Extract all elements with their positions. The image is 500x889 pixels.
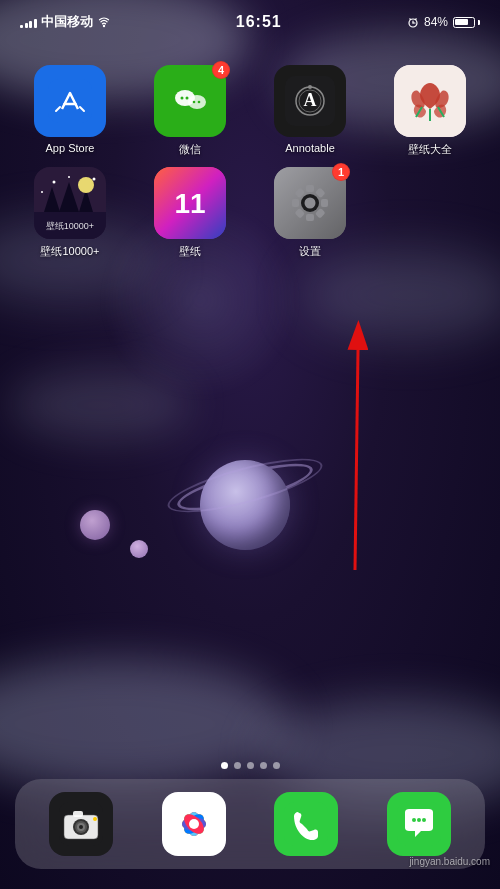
wifi-icon: [97, 16, 111, 28]
svg-point-13: [188, 95, 206, 109]
page-dot-3: [247, 762, 254, 769]
svg-point-57: [79, 825, 83, 829]
wallpaper11-logo: 11: [154, 167, 226, 239]
app-item-wechat[interactable]: 4 微信: [135, 65, 245, 157]
app-item-wallpaper-heart[interactable]: 壁纸大全: [375, 65, 485, 157]
dock-item-phone[interactable]: [274, 792, 338, 856]
appstore-logo: [48, 79, 92, 123]
app-label-wallpaper-heart: 壁纸大全: [408, 142, 452, 157]
svg-rect-8: [48, 79, 92, 123]
svg-point-36: [41, 191, 43, 193]
svg-text:11: 11: [174, 188, 205, 219]
wechat-logo: [165, 76, 215, 126]
svg-point-72: [412, 818, 416, 822]
dock-icon-photos[interactable]: [162, 792, 226, 856]
dock-item-photos[interactable]: [162, 792, 226, 856]
app-icon-wrapper-settings[interactable]: 1: [274, 167, 346, 239]
orb-small: [130, 540, 148, 558]
page-dot-1: [221, 762, 228, 769]
battery-icon: [453, 17, 480, 28]
page-dot-5: [273, 762, 280, 769]
app-label-wechat: 微信: [179, 142, 201, 157]
dock-icon-phone[interactable]: [274, 792, 338, 856]
time-display: 16:51: [236, 13, 282, 31]
page-dot-2: [234, 762, 241, 769]
page-dots: [0, 762, 500, 769]
status-bar: 中国移动 16:51 84%: [0, 0, 500, 44]
orb-large: [80, 510, 110, 540]
svg-point-32: [78, 177, 94, 193]
svg-rect-44: [306, 214, 314, 221]
app-label-appstore: App Store: [46, 142, 95, 154]
annotable-logo: A: [285, 76, 335, 126]
app-label-wallpaper10k: 壁纸10000+: [40, 244, 99, 259]
dock-item-messages[interactable]: [387, 792, 451, 856]
app-label-wallpaper11: 壁纸: [179, 244, 201, 259]
svg-point-34: [68, 176, 70, 178]
svg-point-2: [102, 25, 104, 27]
svg-point-59: [93, 817, 97, 821]
svg-rect-43: [306, 185, 314, 192]
app-icon-wallpaper11[interactable]: 11: [154, 167, 226, 239]
svg-point-73: [417, 818, 421, 822]
battery-area: 84%: [407, 15, 480, 29]
svg-rect-58: [73, 811, 83, 817]
svg-rect-70: [284, 802, 328, 846]
app-icon-wrapper-wechat[interactable]: 4: [154, 65, 226, 137]
wallpaper10k-logo: 壁纸10000+: [34, 167, 106, 239]
app-item-appstore[interactable]: App Store: [15, 65, 125, 157]
photos-logo: [169, 799, 219, 849]
app-label-settings: 设置: [299, 244, 321, 259]
dock-icon-camera[interactable]: [49, 792, 113, 856]
carrier-signal: 中国移动: [20, 13, 111, 31]
svg-point-33: [53, 181, 56, 184]
svg-point-15: [186, 97, 189, 100]
app-icon-wrapper-wallpaper10k[interactable]: 壁纸10000+: [34, 167, 106, 239]
svg-point-35: [93, 178, 96, 181]
svg-text:A: A: [304, 90, 317, 110]
svg-point-16: [193, 101, 196, 104]
app-icon-wallpaper10k[interactable]: 壁纸10000+: [34, 167, 106, 239]
app-item-wallpaper10k[interactable]: 壁纸10000+ 壁纸10000+: [15, 167, 125, 259]
svg-point-74: [422, 818, 426, 822]
signal-icon: [20, 16, 37, 28]
app-item-settings[interactable]: 1 设置: [255, 167, 365, 259]
app-badge-wechat: 4: [212, 61, 230, 79]
app-label-annotable: Annotable: [285, 142, 335, 154]
svg-text:壁纸10000+: 壁纸10000+: [46, 221, 94, 231]
svg-point-14: [181, 97, 184, 100]
dock-item-camera[interactable]: [49, 792, 113, 856]
svg-rect-46: [321, 199, 328, 207]
svg-rect-45: [292, 199, 299, 207]
camera-logo: [59, 802, 103, 846]
svg-point-69: [189, 819, 199, 829]
app-icon-appstore[interactable]: [34, 65, 106, 137]
battery-percent: 84%: [424, 15, 448, 29]
app-icon-wrapper-wallpaper11[interactable]: 11: [154, 167, 226, 239]
alarm-icon: [407, 16, 419, 28]
messages-logo: [397, 802, 441, 846]
app-icon-wrapper-wallpaper-heart[interactable]: [394, 65, 466, 137]
app-item-annotable[interactable]: A Annotable: [255, 65, 365, 157]
svg-point-42: [305, 198, 316, 209]
app-icon-annotable[interactable]: A: [274, 65, 346, 137]
app-icon-wrapper-annotable[interactable]: A: [274, 65, 346, 137]
carrier-label: 中国移动: [41, 13, 93, 31]
page-dot-4: [260, 762, 267, 769]
phone-logo: [284, 802, 328, 846]
app-item-wallpaper11[interactable]: 11 壁纸: [135, 167, 245, 259]
app-grid: App Store 4 微信: [0, 55, 500, 269]
app-icon-wrapper-appstore[interactable]: [34, 65, 106, 137]
app-icon-wallpaper-heart[interactable]: [394, 65, 466, 137]
dock-icon-messages[interactable]: [387, 792, 451, 856]
watermark: jingyan.baidu.com: [409, 856, 490, 867]
svg-point-17: [198, 101, 201, 104]
app-badge-settings: 1: [332, 163, 350, 181]
svg-point-22: [308, 85, 312, 89]
wallpaper-heart-logo: [394, 65, 466, 137]
